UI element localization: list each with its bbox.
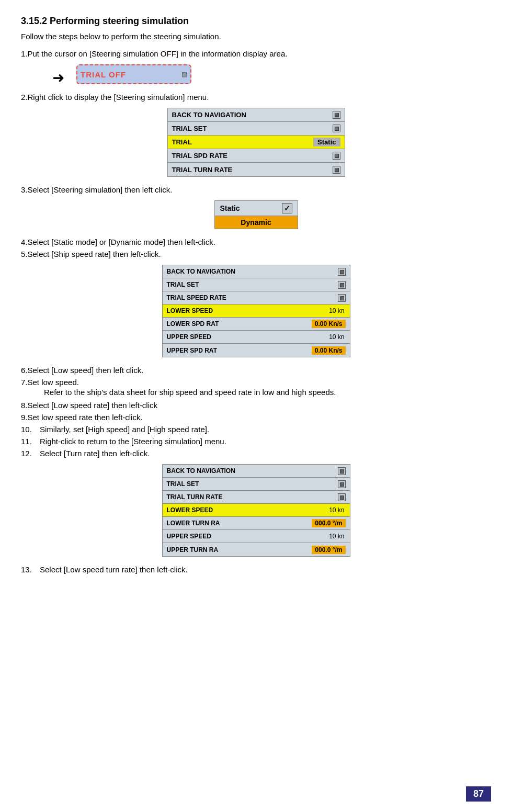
step-6: 6. Select [Low speed] then left click. xyxy=(21,366,491,375)
menu2-image: BACK TO NAVIGATION ▧ TRIAL SET ▧ TRIAL S… xyxy=(21,265,491,357)
intro-text: Follow the steps below to perform the st… xyxy=(21,32,491,41)
step-4-text: Select [Static mode] or [Dynamic mode] t… xyxy=(28,238,215,246)
menu3-lowerspeed-label: LOWER SPEED xyxy=(167,506,213,514)
menu1-turn-label: TRIAL TURN RATE xyxy=(172,166,233,174)
menu2-trialset-icon: ▧ xyxy=(338,281,346,289)
menu2-back-label: BACK TO NAVIGATION xyxy=(167,268,235,275)
menu3-lowerturn-val: 000.0 °/m xyxy=(312,519,345,527)
menu1-row-trialset: TRIAL SET ▧ xyxy=(168,122,345,136)
step-3-num: 3. xyxy=(21,185,28,194)
menu2-lowerrat-label: LOWER SPD RAT xyxy=(167,320,219,328)
step-12-num: 12. xyxy=(21,449,40,458)
menu1-row-back: BACK TO NAVIGATION ▧ xyxy=(168,108,345,122)
menu2-row-lower-speed: LOWER SPEED 10 kn xyxy=(163,304,350,318)
trial-off-corner-icon: ▧ xyxy=(181,71,187,78)
menu1-row-trial: TRIAL Static xyxy=(168,136,345,149)
menu2-trialset-label: TRIAL SET xyxy=(167,281,199,288)
menu2-lowerrat-val: 0.00 Kn/s xyxy=(312,320,346,328)
step-4-num: 4. xyxy=(21,238,28,246)
menu1-spd-label: TRIAL SPD RATE xyxy=(172,152,227,160)
menu3-lowerspeed-val: 10 kn xyxy=(329,506,344,514)
menu2-row-spdrate: TRIAL SPEED RATE ▧ xyxy=(163,291,350,304)
step-9-num: 9. xyxy=(21,413,28,422)
step-2-num: 2. xyxy=(21,93,28,102)
menu2-upperspeed-val: 10 kn xyxy=(329,333,344,341)
menu3-row-back: BACK TO NAVIGATION ▧ xyxy=(163,465,350,478)
step-11-text: Right-click to return to the [Steering s… xyxy=(40,437,226,446)
menu2-back-icon: ▧ xyxy=(338,268,346,276)
step-7-text: Set low speed. xyxy=(28,378,79,387)
menu3-lowerturn-label: LOWER TURN RA xyxy=(167,520,220,527)
menu3-upperturn-val: 000.0 °/m xyxy=(312,546,345,554)
step-2: 2. Right click to display the [Steering … xyxy=(21,93,491,102)
step-8-num: 8. xyxy=(21,401,28,410)
step-7-note: Refer to the ship’s data sheet for ship … xyxy=(44,388,491,397)
menu2-row-lower-spd: LOWER SPD RAT 0.00 Kn/s xyxy=(163,318,350,331)
step-1-num: 1. xyxy=(21,49,28,58)
menu2-lowerspeed-label: LOWER SPEED xyxy=(167,307,213,314)
menu3-upperspeed-label: UPPER SPEED xyxy=(167,533,211,540)
step-7-num: 7. xyxy=(21,378,28,387)
static-label: Static xyxy=(220,204,240,212)
section-title: 3.15.2 Performing steering simulation xyxy=(21,16,491,27)
menu2-row-upper-spd: UPPER SPD RAT 0.00 Kn/s xyxy=(163,344,350,357)
step-10-text: Similarly, set [High speed] and [High sp… xyxy=(40,425,209,434)
menu3-row-lower-speed: LOWER SPEED 10 kn xyxy=(163,504,350,517)
menu3-upperspeed-val: 10 kn xyxy=(329,533,344,540)
dynamic-label: Dynamic xyxy=(241,218,271,227)
menu1-box: BACK TO NAVIGATION ▧ TRIAL SET ▧ TRIAL S… xyxy=(167,108,345,177)
menu1-turn-icon: ▧ xyxy=(333,166,340,174)
step-3-text: Select [Steering simulation] then left c… xyxy=(28,185,173,194)
steps-list: 1. Put the cursor on [Steering simulatio… xyxy=(21,49,491,574)
step-11-num: 11. xyxy=(21,437,40,446)
menu1-back-icon: ▧ xyxy=(333,111,340,119)
trial-off-image: TRIAL OFF ▧ xyxy=(52,64,491,84)
menu3-image: BACK TO NAVIGATION ▧ TRIAL SET ▧ TRIAL T… xyxy=(21,464,491,557)
menu1-row-turn: TRIAL TURN RATE ▧ xyxy=(168,163,345,176)
menu1-row-spd: TRIAL SPD RATE ▧ xyxy=(168,149,345,163)
step-10: 10. Similarly, set [High speed] and [Hig… xyxy=(21,425,491,434)
menu3-row-upper-speed: UPPER SPEED 10 kn xyxy=(163,530,350,543)
arrow-icon xyxy=(52,69,71,80)
menu2-row-trialset: TRIAL SET ▧ xyxy=(163,278,350,291)
step-1: 1. Put the cursor on [Steering simulatio… xyxy=(21,49,491,58)
step-1-text: Put the cursor on [Steering simulation O… xyxy=(28,49,288,58)
menu3-row-turnrate: TRIAL TURN RATE ▧ xyxy=(163,491,350,504)
menu3-row-lower-turn: LOWER TURN RA 000.0 °/m xyxy=(163,517,350,530)
step-6-text: Select [Low speed] then left click. xyxy=(28,366,144,375)
step-11: 11. Right-click to return to the [Steeri… xyxy=(21,437,491,446)
step-4: 4. Select [Static mode] or [Dynamic mode… xyxy=(21,238,491,246)
page-number: 87 xyxy=(466,786,491,802)
menu2-row-upper-speed: UPPER SPEED 10 kn xyxy=(163,331,350,344)
menu3-turnrate-label: TRIAL TURN RATE xyxy=(167,493,223,501)
menu2-upperrat-label: UPPER SPD RAT xyxy=(167,347,217,354)
menu2-spdrate-label: TRIAL SPEED RATE xyxy=(167,294,226,301)
menu3-back-icon: ▧ xyxy=(338,467,346,475)
step-8-text: Select [Low speed rate] then left-click xyxy=(28,401,157,410)
menu2-spdrate-icon: ▧ xyxy=(338,294,346,302)
menu1-trialset-label: TRIAL SET xyxy=(172,125,207,132)
menu1-static-badge: Static xyxy=(313,138,340,146)
menu1-trial-label: TRIAL xyxy=(172,138,192,146)
menu1-spd-icon: ▧ xyxy=(333,152,340,160)
menu3-row-upper-turn: UPPER TURN RA 000.0 °/m xyxy=(163,543,350,556)
menu2-row-back: BACK TO NAVIGATION ▧ xyxy=(163,265,350,278)
static-row: Static ✓ xyxy=(215,201,298,216)
menu3-trialset-label: TRIAL SET xyxy=(167,480,199,488)
static-dynamic-image: Static ✓ Dynamic xyxy=(21,200,491,229)
step-5-text: Select [Ship speed rate] then left-click… xyxy=(28,250,161,258)
step-7-note-text: Refer to the ship’s data sheet for ship … xyxy=(44,388,336,397)
step-12-text: Select [Turn rate] then left-click. xyxy=(40,449,150,458)
menu3-upperturn-label: UPPER TURN RA xyxy=(167,546,219,554)
menu3-box: BACK TO NAVIGATION ▧ TRIAL SET ▧ TRIAL T… xyxy=(162,464,350,557)
step-9: 9. Set low speed rate then left-click. xyxy=(21,413,491,422)
step-5-num: 5. xyxy=(21,250,28,258)
menu2-upperrat-val: 0.00 Kn/s xyxy=(312,346,346,355)
step-3: 3. Select [Steering simulation] then lef… xyxy=(21,185,491,194)
step-13-num: 13. xyxy=(21,565,40,574)
step-9-text: Set low speed rate then left-click. xyxy=(28,413,143,422)
menu2-lowerspeed-val: 10 kn xyxy=(329,307,344,314)
menu1-back-label: BACK TO NAVIGATION xyxy=(172,111,246,119)
dynamic-row: Dynamic xyxy=(215,216,298,229)
menu2-box: BACK TO NAVIGATION ▧ TRIAL SET ▧ TRIAL S… xyxy=(162,265,350,357)
